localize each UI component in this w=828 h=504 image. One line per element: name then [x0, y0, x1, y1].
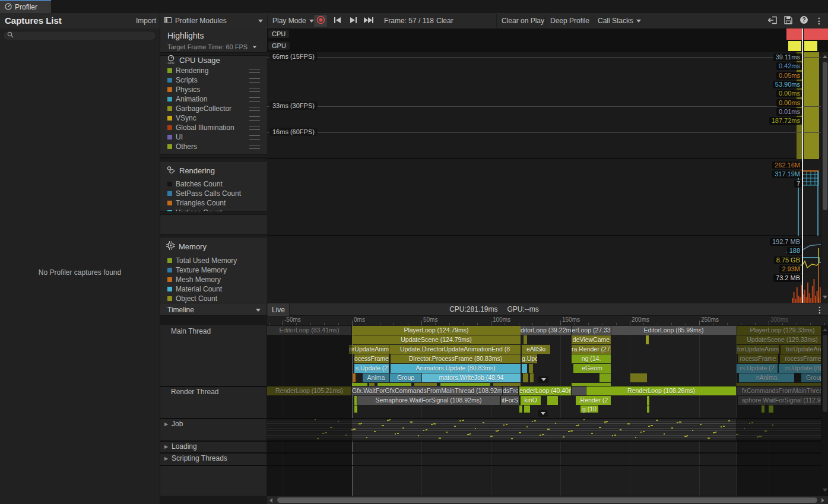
timeline-bar[interactable]: Gfx.WaitForGfxCommandsFromMainThread (10…	[352, 386, 502, 395]
timeline-bar[interactable]: eAllSki	[522, 345, 550, 354]
counter-vsync[interactable]: VSync	[160, 113, 267, 123]
timeline-bar[interactable]	[647, 396, 649, 405]
timeline-bar[interactable]: ng (14.	[572, 354, 611, 363]
clear-on-play-toggle[interactable]: Clear on Play	[497, 13, 548, 28]
save-profile-button[interactable]	[782, 15, 795, 27]
highlights-module-title[interactable]: Highlights	[167, 31, 204, 40]
thread-label-loading[interactable]: Loading	[172, 442, 197, 451]
timeline-bar[interactable]	[414, 383, 437, 386]
counter-texture-memory[interactable]: Texture Memory	[160, 265, 267, 275]
drag-handle[interactable]	[249, 116, 260, 121]
timeline-bar[interactable]: RenderLoop (108.26ms)	[586, 386, 736, 395]
timeline-bar[interactable]	[529, 364, 533, 373]
timeline-bar[interactable]: mators.WriteJob (48.94	[422, 373, 521, 382]
timeline-bar[interactable]: Animators.Update (80.83ms)	[391, 364, 521, 373]
counter-triangles-count[interactable]: Triangles Count	[160, 198, 267, 208]
tab-profiler[interactable]: Profiler	[0, 0, 51, 13]
selected-frame-line[interactable]	[802, 28, 803, 303]
expand-rows-button[interactable]	[538, 410, 548, 417]
timeline-bar[interactable]	[572, 383, 611, 386]
counter-garbagecollector[interactable]: GarbageCollector	[160, 104, 267, 113]
timeline-bar[interactable]	[524, 405, 530, 413]
timeline-hscrollbar[interactable]	[267, 496, 828, 504]
timeline-bar[interactable]: g.Upd	[522, 354, 537, 363]
counter-setpass-calls-count[interactable]: SetPass Calls Count	[160, 189, 267, 198]
foldout-arrow-icon[interactable]: ▶	[164, 421, 168, 427]
thread-label-scripting-threads[interactable]: Scripting Threads	[172, 454, 227, 462]
timeline-bar[interactable]: Anima	[363, 373, 389, 382]
timeline-bar[interactable]: deViewCame	[572, 335, 611, 344]
timeline-bar[interactable]	[354, 396, 357, 405]
drag-handle[interactable]	[249, 97, 260, 102]
timeline-bar[interactable]: UpdateScene (124.79ms)	[352, 335, 521, 344]
record-button[interactable]	[314, 15, 327, 27]
timeline-bar[interactable]	[493, 383, 521, 386]
last-frame-button[interactable]	[362, 15, 375, 27]
timeline-canvas[interactable]: EditorLoop (83.41ms)PlayerLoop (124.79ms…	[267, 325, 828, 496]
timeline-bar[interactable]: orUpdateAnim	[349, 345, 389, 354]
first-frame-button[interactable]	[331, 15, 344, 27]
module-header-memory[interactable]: Memory	[160, 241, 267, 252]
timeline-bar[interactable]: g (10	[580, 405, 598, 413]
counter-mesh-memory[interactable]: Mesh Memory	[160, 275, 267, 284]
drag-handle[interactable]	[249, 145, 260, 149]
expand-rows-button[interactable]	[538, 376, 548, 383]
timeline-bar[interactable]: eGeom	[573, 364, 611, 373]
charts-scrollbar[interactable]	[821, 52, 828, 303]
import-button[interactable]: Import	[132, 13, 160, 28]
timeline-bar[interactable]	[377, 383, 411, 386]
next-frame-button[interactable]	[347, 15, 360, 27]
counter-object-count[interactable]: Object Count	[160, 294, 267, 303]
rendering-chart[interactable]: 262.16M317.19M7	[267, 159, 828, 236]
memory-chart[interactable]: 192.7 MB1888.75 GB2.93M73.2 MB	[267, 236, 828, 303]
drag-handle[interactable]	[249, 107, 260, 111]
timeline-bar[interactable]	[352, 383, 367, 386]
drag-handle[interactable]	[249, 126, 260, 130]
counter-material-count[interactable]: Material Count	[160, 284, 267, 294]
counter-ui[interactable]: UI	[160, 132, 267, 142]
timeline-bar[interactable]	[547, 396, 558, 405]
timeline-bar[interactable]: enderLoop (40.40m	[519, 386, 571, 395]
scroll-down-icon[interactable]	[823, 296, 827, 299]
timeline-bar[interactable]: ocessFrame	[354, 354, 389, 363]
foldout-arrow-icon[interactable]: ▶	[164, 456, 168, 461]
counter-total-used-memory[interactable]: Total Used Memory	[160, 256, 267, 265]
timeline-bar[interactable]: ra.Render (27.	[572, 345, 611, 354]
deep-profile-toggle[interactable]: Deep Profile	[546, 13, 594, 28]
timeline-bar[interactable]	[353, 373, 356, 382]
timeline-bar[interactable]: erLoop (27.33	[572, 326, 611, 335]
load-profile-button[interactable]	[766, 15, 779, 27]
scroll-up-icon[interactable]	[823, 55, 827, 58]
timeline-bar[interactable]: Semaphore.WaitForSignal (108.92ms)	[357, 396, 500, 405]
thread-label-main-thread[interactable]: Main Thread	[171, 327, 211, 335]
counter-batches-count[interactable]: Batches Count	[160, 179, 267, 189]
help-button[interactable]: ?	[797, 15, 810, 27]
live-toggle[interactable]: Live	[268, 303, 290, 316]
counter-rendering[interactable]: Rendering	[160, 66, 267, 75]
call-stacks-dropdown[interactable]: Call Stacks	[594, 13, 645, 28]
cpu-usage-chart[interactable]: 66ms (15FPS)33ms (30FPS)16ms (60FPS)39.1…	[267, 52, 828, 159]
charts-scrollbar-thumb[interactable]	[823, 62, 827, 210]
timeline-bar[interactable]	[369, 383, 375, 386]
timeline-view-dropdown[interactable]: Timeline	[160, 303, 267, 316]
counter-physics[interactable]: Physics	[160, 85, 267, 94]
window-menu-button[interactable]: ⋮	[813, 15, 826, 27]
timeline-bar[interactable]: Group	[390, 373, 421, 382]
timeline-bar[interactable]: ditorLoop (39.22ms	[521, 326, 571, 335]
timeline-bar[interactable]	[523, 373, 528, 382]
counter-global-illumination[interactable]: Global Illumination	[160, 123, 267, 132]
timeline-bar[interactable]: Update.DirectorUpdateAnimationEnd (8	[389, 345, 521, 354]
target-frame-time-dropdown[interactable]: Target Frame Time: 60 FPS	[167, 43, 257, 50]
scroll-left-icon[interactable]	[269, 498, 272, 503]
counter-animation[interactable]: Animation	[160, 94, 267, 104]
scroll-right-icon[interactable]	[821, 498, 824, 503]
timeline-bar[interactable]	[646, 335, 649, 344]
drag-handle[interactable]	[249, 78, 260, 83]
timeline-hscrollbar-thumb[interactable]	[277, 497, 817, 503]
timeline-bar[interactable]: EditorLoop (85.99ms)	[611, 326, 736, 335]
timeline-bar[interactable]	[354, 405, 357, 413]
profiler-modules-dropdown[interactable]: Profiler Modules	[160, 13, 267, 28]
timeline-bar[interactable]	[630, 373, 647, 382]
counter-others[interactable]: Others	[160, 142, 267, 151]
foldout-arrow-icon[interactable]: ▶	[164, 444, 168, 449]
